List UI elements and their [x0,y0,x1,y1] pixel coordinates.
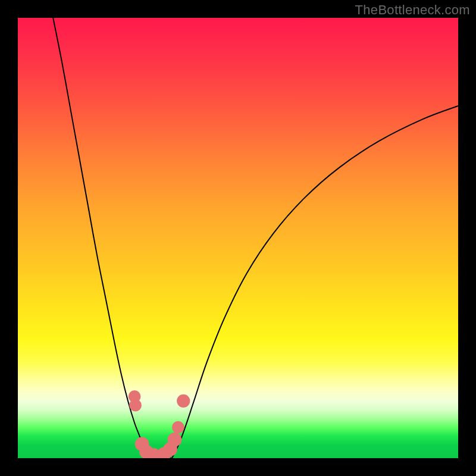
series-right-curve [172,106,458,458]
chart-frame: TheBottleneck.com [0,0,476,476]
watermark-text: TheBottleneck.com [355,2,470,18]
marker-9 [177,394,190,408]
marker-8 [172,421,184,434]
marker-7 [168,433,182,447]
marker-layer [129,390,190,458]
marker-1 [129,399,142,412]
plot-area [18,18,458,458]
curves-svg [18,18,458,458]
curve-layer [53,18,458,458]
